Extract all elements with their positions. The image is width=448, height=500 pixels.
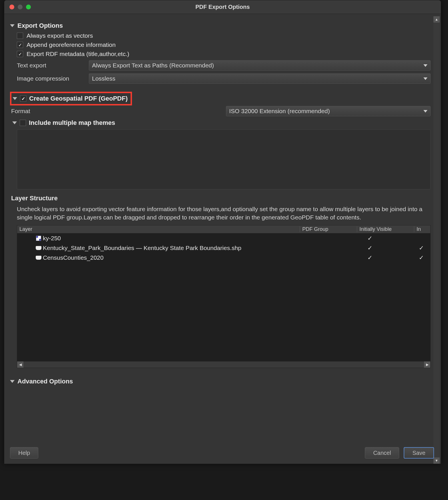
scroll-right-icon[interactable]: ▶: [424, 361, 430, 368]
table-row[interactable]: Kentucky_State_Park_Boundaries — Kentuck…: [17, 243, 430, 253]
format-row: Format ISO 32000 Extension (recommended): [11, 106, 431, 116]
geopdf-checkbox[interactable]: [20, 95, 26, 102]
layer-structure-description: Uncheck layers to avoid exporting vector…: [17, 205, 425, 222]
export-options-header[interactable]: Export Options: [10, 22, 431, 29]
always-export-vectors-checkbox[interactable]: [17, 33, 23, 39]
horizontal-scrollbar[interactable]: ◀ ▶: [17, 361, 430, 368]
text-export-value: Always Export Text as Paths (Recommended…: [92, 62, 214, 69]
titlebar: PDF Export Options: [4, 0, 441, 14]
dialog-footer: Help Cancel Save: [10, 447, 434, 459]
layer-structure-body: Uncheck layers to avoid exporting vector…: [17, 205, 431, 368]
cancel-button[interactable]: Cancel: [365, 447, 399, 459]
advanced-options-header[interactable]: Advanced Options: [10, 378, 431, 385]
window-title: PDF Export Options: [4, 4, 441, 10]
cancel-button-label: Cancel: [373, 450, 391, 456]
layer-structure-title: Layer Structure: [11, 195, 431, 202]
layer-name: Kentucky_State_Park_Boundaries — Kentuck…: [43, 245, 305, 251]
scroll-left-icon[interactable]: ◀: [17, 361, 23, 368]
layer-table-body: ky-250✓Kentucky_State_Park_Boundaries — …: [17, 233, 430, 361]
always-export-vectors-label: Always export as vectors: [27, 32, 93, 39]
include-themes-header[interactable]: Include multiple map themes: [12, 119, 431, 127]
vector-layer-icon: [36, 256, 41, 260]
append-georef-row: Append georeference information: [17, 41, 431, 48]
layer-table: Layer PDF Group Initially Visible In ky-…: [17, 225, 431, 368]
geopdf-title: Create Geospatial PDF (GeoPDF): [29, 95, 128, 102]
include-themes-label: Include multiple map themes: [29, 119, 115, 127]
scroll-down-icon[interactable]: ▼: [433, 457, 440, 464]
vertical-scrollbar[interactable]: ▲ ▼: [433, 16, 440, 464]
append-georef-label: Append georeference information: [27, 41, 116, 48]
layer-table-header: Layer PDF Group Initially Visible In: [17, 225, 430, 233]
help-button-label: Help: [18, 450, 30, 456]
image-compression-value: Lossless: [92, 75, 115, 82]
dialog-window: PDF Export Options ▲ ▼ Export Options Al…: [4, 0, 441, 464]
image-compression-row: Image compression Lossless: [17, 73, 431, 84]
column-header-group[interactable]: PDF Group: [300, 226, 357, 232]
chevron-down-icon: [12, 121, 17, 124]
scroll-up-icon[interactable]: ▲: [433, 16, 440, 23]
format-label: Format: [11, 108, 223, 115]
export-rdf-label: Export RDF metadata (title,author,etc.): [27, 51, 129, 57]
geopdf-highlight: Create Geospatial PDF (GeoPDF): [10, 92, 132, 105]
layer-in-cell[interactable]: ✓: [419, 245, 430, 251]
layer-visible-cell[interactable]: ✓: [362, 245, 419, 251]
layer-visible-cell[interactable]: ✓: [362, 254, 419, 261]
chevron-down-icon: [423, 110, 427, 113]
append-georef-checkbox[interactable]: [17, 42, 23, 48]
format-select[interactable]: ISO 32000 Extension (recommended): [226, 106, 431, 116]
image-compression-label: Image compression: [17, 75, 85, 82]
chevron-down-icon: [13, 97, 17, 100]
advanced-options-title: Advanced Options: [17, 378, 73, 385]
chevron-down-icon: [423, 77, 427, 80]
chevron-down-icon: [10, 24, 15, 27]
help-button[interactable]: Help: [10, 447, 38, 459]
export-options-title: Export Options: [17, 22, 63, 29]
save-button-label: Save: [412, 450, 425, 456]
table-row[interactable]: CensusCounties_2020✓✓: [17, 253, 430, 263]
export-rdf-row: Export RDF metadata (title,author,etc.): [17, 51, 431, 57]
table-row[interactable]: ky-250✓: [17, 233, 430, 243]
layer-visible-cell[interactable]: ✓: [362, 235, 419, 242]
column-header-visible[interactable]: Initially Visible: [357, 226, 414, 232]
include-themes-checkbox[interactable]: [20, 120, 26, 126]
dialog-content: Export Options Always export as vectors …: [10, 17, 431, 464]
geopdf-header[interactable]: Create Geospatial PDF (GeoPDF): [13, 95, 128, 102]
always-export-vectors-row: Always export as vectors: [17, 32, 431, 39]
raster-layer-icon: [36, 236, 41, 241]
chevron-down-icon: [423, 64, 427, 67]
column-header-in[interactable]: In: [414, 226, 430, 232]
layer-name: CensusCounties_2020: [43, 254, 305, 261]
export-rdf-checkbox[interactable]: [17, 51, 23, 57]
vector-layer-icon: [36, 246, 41, 250]
themes-panel: [17, 129, 431, 189]
text-export-row: Text export Always Export Text as Paths …: [17, 60, 431, 71]
column-header-layer[interactable]: Layer: [17, 226, 300, 232]
layer-name: ky-250: [43, 235, 305, 242]
chevron-down-icon: [10, 380, 15, 383]
save-button[interactable]: Save: [404, 447, 434, 459]
text-export-label: Text export: [17, 62, 85, 69]
text-export-select[interactable]: Always Export Text as Paths (Recommended…: [89, 60, 431, 71]
format-value: ISO 32000 Extension (recommended): [229, 108, 330, 115]
layer-in-cell[interactable]: ✓: [419, 254, 430, 261]
image-compression-select[interactable]: Lossless: [89, 73, 431, 84]
